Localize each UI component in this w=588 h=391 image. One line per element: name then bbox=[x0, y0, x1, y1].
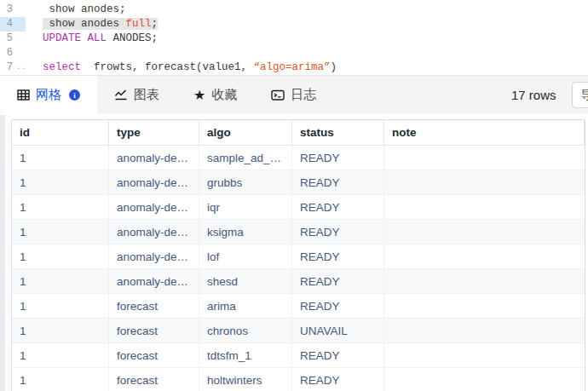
cell-type: anomaly-de… bbox=[109, 244, 199, 268]
table-row[interactable]: 1 forecast chronos UNAVAIL bbox=[12, 319, 585, 343]
cell-algo: lof bbox=[199, 244, 292, 268]
editor-line-6[interactable]: 6 bbox=[0, 46, 588, 60]
line-number: 3 bbox=[0, 3, 14, 17]
cell-status: READY bbox=[292, 220, 384, 244]
table-row[interactable]: 1 anomaly-de… shesd READY bbox=[12, 269, 585, 294]
cell-algo: iqr bbox=[199, 195, 292, 219]
table-row[interactable]: 1 anomaly-de… sample_ad_… READY bbox=[12, 146, 585, 170]
table-row[interactable]: 1 anomaly-de… grubbs READY bbox=[12, 170, 585, 195]
cell-type: anomaly-de… bbox=[109, 269, 199, 293]
terminal-icon bbox=[271, 89, 285, 101]
cell-note bbox=[384, 319, 585, 342]
cell-id: 1 bbox=[12, 368, 109, 391]
cell-note bbox=[384, 195, 585, 219]
code-text: show anodes; bbox=[26, 3, 126, 17]
table-row[interactable]: 1 forecast holtwinters READY bbox=[12, 368, 585, 391]
cell-id: 1 bbox=[12, 244, 109, 268]
code-text: select frowts, forecast(value1, “algo=ar… bbox=[26, 60, 337, 75]
editor-line-7[interactable]: 7.. select frowts, forecast(value1, “alg… bbox=[0, 60, 588, 75]
cell-algo: chronos bbox=[199, 319, 292, 342]
cell-id: 1 bbox=[12, 146, 109, 170]
cell-id: 1 bbox=[12, 170, 109, 194]
cell-type: anomaly-de… bbox=[109, 146, 199, 170]
cell-algo: grubbs bbox=[199, 170, 292, 194]
results-table: id type algo status note 1 anomaly-de… s… bbox=[11, 119, 585, 391]
line-number-gutter: 6 bbox=[0, 46, 26, 60]
line-number: 5 bbox=[0, 32, 14, 46]
cell-algo: sample_ad_… bbox=[199, 146, 292, 170]
cell-algo: tdtsfm_1 bbox=[199, 343, 292, 367]
cell-id: 1 bbox=[12, 319, 109, 342]
cell-id: 1 bbox=[12, 220, 109, 244]
cell-note bbox=[384, 170, 585, 194]
row-count-label: 17 rows bbox=[511, 76, 556, 114]
cell-id: 1 bbox=[12, 195, 109, 219]
cell-type: anomaly-de… bbox=[109, 170, 199, 194]
fold-indicator: .. bbox=[14, 60, 26, 75]
cell-note bbox=[384, 294, 585, 318]
table-row[interactable]: 1 forecast tdtsfm_1 READY bbox=[12, 343, 585, 368]
cell-id: 1 bbox=[12, 294, 109, 318]
cell-type: forecast bbox=[109, 368, 199, 391]
tab-logs[interactable]: 日志 bbox=[254, 76, 333, 114]
header-cell-algo[interactable]: algo bbox=[199, 120, 292, 145]
code-text bbox=[26, 46, 43, 60]
line-number-gutter: 5 bbox=[0, 32, 26, 46]
editor-line-5[interactable]: 5 UPDATE ALL ANODES; bbox=[0, 32, 588, 46]
cell-status: READY bbox=[292, 170, 384, 194]
cell-status: READY bbox=[292, 368, 384, 391]
sql-keyword: select bbox=[43, 61, 81, 73]
header-cell-type[interactable]: type bbox=[109, 120, 199, 145]
cell-status: READY bbox=[292, 343, 384, 367]
cell-type: forecast bbox=[109, 294, 199, 318]
star-icon: ★ bbox=[193, 89, 205, 102]
cell-type: forecast bbox=[109, 343, 199, 367]
cell-status: READY bbox=[292, 294, 384, 318]
header-cell-note[interactable]: note bbox=[384, 120, 585, 145]
editor-line-4[interactable]: 4 show anodes full; bbox=[0, 17, 588, 32]
results-tabbar: 网格 i 图表 ★ 收藏 日志 17 rows 导 bbox=[0, 76, 588, 114]
table-row[interactable]: 1 anomaly-de… lof READY bbox=[12, 244, 585, 269]
cell-note bbox=[384, 343, 585, 367]
editor-line-3[interactable]: 3 show anodes; bbox=[0, 3, 588, 17]
table-row[interactable]: 1 forecast arima READY bbox=[12, 294, 585, 319]
line-number: 4 bbox=[0, 17, 14, 32]
cell-status: READY bbox=[292, 146, 384, 170]
tab-chart[interactable]: 图表 bbox=[97, 76, 176, 114]
chart-icon bbox=[114, 89, 128, 101]
cell-status: READY bbox=[292, 244, 384, 268]
cell-algo: ksigma bbox=[199, 220, 292, 244]
table-row[interactable]: 1 anomaly-de… iqr READY bbox=[12, 195, 585, 220]
cell-id: 1 bbox=[12, 269, 109, 293]
export-button[interactable]: 导 bbox=[572, 82, 588, 108]
sql-keyword: UPDATE ALL bbox=[43, 32, 113, 44]
table-row[interactable]: 1 anomaly-de… ksigma READY bbox=[12, 220, 585, 244]
cell-type: forecast bbox=[109, 319, 199, 342]
cell-note bbox=[384, 146, 585, 170]
selection-highlight: show anodes full; bbox=[43, 18, 158, 30]
tab-label: 网格 bbox=[36, 87, 61, 103]
tab-grid[interactable]: 网格 i bbox=[0, 76, 97, 114]
code-text: UPDATE ALL ANODES; bbox=[26, 32, 158, 46]
info-icon[interactable]: i bbox=[69, 89, 80, 101]
line-number-gutter: 7.. bbox=[0, 60, 26, 75]
cell-note bbox=[384, 244, 585, 268]
cell-status: READY bbox=[292, 269, 384, 293]
cell-note bbox=[384, 220, 585, 244]
line-number-gutter-highlighted: 4 bbox=[0, 17, 26, 32]
cell-algo: holtwinters bbox=[199, 368, 292, 391]
tab-label: 收藏 bbox=[211, 87, 237, 103]
cell-algo: shesd bbox=[199, 269, 292, 293]
line-number: 7 bbox=[0, 60, 14, 75]
header-cell-status[interactable]: status bbox=[292, 120, 384, 145]
sql-editor[interactable]: 3 show anodes; 4 show anodes full; 5 UPD… bbox=[0, 0, 588, 76]
header-cell-id[interactable]: id bbox=[12, 120, 109, 145]
sql-string: “algo=arima” bbox=[254, 61, 331, 73]
cell-type: anomaly-de… bbox=[109, 195, 199, 219]
grid-icon bbox=[17, 89, 30, 101]
tab-favorites[interactable]: ★ 收藏 bbox=[176, 76, 254, 114]
tabbar-spacer bbox=[333, 76, 511, 114]
line-number-gutter: 3 bbox=[0, 3, 26, 17]
table-header: id type algo status note bbox=[12, 120, 585, 146]
cell-id: 1 bbox=[12, 343, 109, 367]
